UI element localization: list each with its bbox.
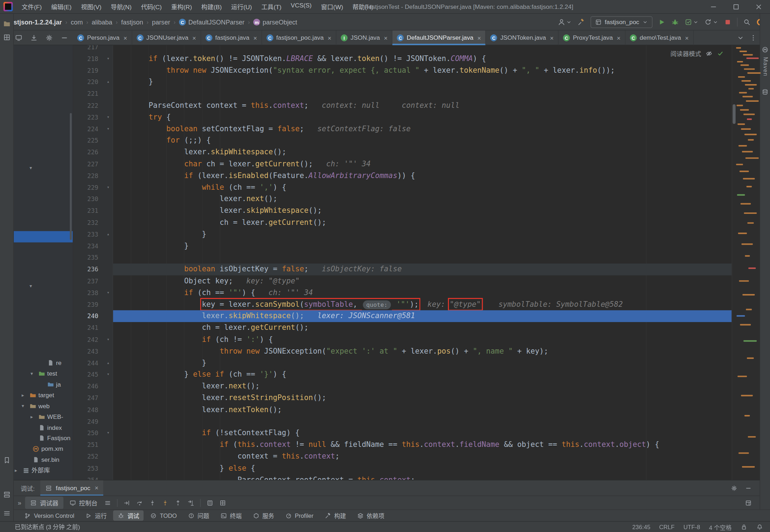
step-out-icon[interactable] <box>175 499 182 506</box>
maximize-button[interactable] <box>725 0 747 14</box>
editor-line[interactable]: 231 lexer.skipWhitespace(); <box>73 205 732 217</box>
stripe-mark[interactable] <box>744 134 757 135</box>
stripe-mark[interactable] <box>736 47 741 49</box>
hide-icon[interactable] <box>61 34 68 42</box>
editor-line[interactable]: 238▾ if (ch == '"') { ch: '"' 34 <box>73 287 732 299</box>
editor-tab[interactable]: CJSONUser.java× <box>132 31 201 45</box>
stripe-mark[interactable] <box>738 123 745 125</box>
stripe-mark[interactable] <box>736 164 743 165</box>
tool-window-button[interactable]: TODO <box>145 511 181 520</box>
editor-line[interactable]: 250▾ if (!setContextFlag) { <box>73 427 732 439</box>
tool-window-button[interactable]: 服务 <box>248 510 278 521</box>
hide-panel-icon[interactable] <box>745 485 752 492</box>
maven-tool-icon[interactable] <box>761 46 768 53</box>
stripe-mark[interactable] <box>742 243 753 245</box>
file-encoding[interactable]: UTF-8 <box>683 523 700 530</box>
editor-line[interactable]: 229▾ while (ch == ',') { <box>73 182 732 193</box>
stripe-mark[interactable] <box>739 171 749 172</box>
fold-marker-icon[interactable]: ▴ <box>103 228 113 240</box>
tool-window-button[interactable]: 调试 <box>113 510 144 521</box>
stripe-mark[interactable] <box>748 139 754 140</box>
editor-line[interactable]: 234 } <box>73 240 732 252</box>
menu-item[interactable]: 视图(V) <box>77 0 106 13</box>
step-over-icon[interactable] <box>136 499 143 506</box>
tree-item[interactable]: re <box>14 358 73 368</box>
tree-item[interactable]: index <box>14 423 73 433</box>
run-configuration-select[interactable]: fastjson_poc <box>591 16 653 28</box>
fold-marker-icon[interactable]: ▴ <box>103 76 113 88</box>
tool-window-button[interactable]: 问题 <box>183 510 214 521</box>
maven-tool-label[interactable]: Maven <box>763 57 769 77</box>
tree-arrow-icon[interactable]: ▸ <box>31 412 33 422</box>
stripe-mark[interactable] <box>739 92 747 93</box>
stripe-mark[interactable] <box>743 178 755 179</box>
stripe-mark[interactable] <box>738 376 747 377</box>
structure-tool-icon[interactable] <box>3 33 11 41</box>
stripe-mark[interactable] <box>747 358 754 359</box>
breadcrumb-item[interactable]: com <box>71 18 83 26</box>
stripe-mark[interactable] <box>746 186 752 187</box>
stripe-mark[interactable] <box>744 68 755 70</box>
stripe-mark[interactable] <box>747 118 752 120</box>
coverage-button[interactable] <box>685 18 699 26</box>
editor-line[interactable]: 223▾ try { <box>73 111 732 123</box>
stripe-mark[interactable] <box>743 113 755 115</box>
stripe-mark[interactable] <box>742 294 755 295</box>
menu-item[interactable]: 工具(T) <box>257 0 286 13</box>
minimize-button[interactable] <box>702 0 725 14</box>
editor-tab[interactable]: Cfastjson.java× <box>201 31 262 45</box>
editor-tab[interactable]: IJSON.java× <box>336 31 393 45</box>
tab-close-icon[interactable]: × <box>477 34 481 41</box>
stripe-mark[interactable] <box>741 128 751 130</box>
gear-icon[interactable] <box>731 485 737 492</box>
account-button[interactable] <box>558 18 572 26</box>
fold-marker-icon[interactable]: ▾ <box>103 334 113 345</box>
stop-button[interactable] <box>724 18 732 26</box>
menu-item[interactable]: 代码(C) <box>137 0 166 13</box>
menu-item[interactable]: 构建(B) <box>197 0 226 13</box>
code-editor[interactable]: 阅读器模式 217218▾ if (lexer.token() != JSONT… <box>73 45 732 480</box>
stripe-mark[interactable] <box>738 233 747 234</box>
stripe-mark[interactable] <box>738 76 745 78</box>
debug-button[interactable] <box>671 18 679 26</box>
editor-tab[interactable]: Cdemo\Test.java× <box>625 31 693 45</box>
editor-tab[interactable]: Cfastjson_poc.java× <box>262 31 337 45</box>
editor-line[interactable]: 242▾ if (ch != ':') { <box>73 334 732 345</box>
tab-close-icon[interactable]: × <box>617 34 621 41</box>
debugger-tool-icon[interactable] <box>3 491 11 499</box>
tree-arrow-icon[interactable]: ▾ <box>31 369 33 379</box>
tab-close-icon[interactable]: × <box>384 34 388 41</box>
fold-marker-icon[interactable]: ▾ <box>103 53 113 65</box>
debug-session-tab[interactable]: fastjson_poc × <box>40 480 103 495</box>
editor-line[interactable]: 244▴ } <box>73 357 732 369</box>
tool-window-button[interactable]: 运行 <box>81 510 111 521</box>
editor-line[interactable]: 251 if (this.context != null && fieldNam… <box>73 439 732 451</box>
tab-close-icon[interactable]: × <box>192 34 196 41</box>
editor-line[interactable]: 222 ParseContext context = this.context;… <box>73 100 732 111</box>
tab-close-icon[interactable]: × <box>685 34 689 41</box>
editor-line[interactable]: 252 context = this.context; <box>73 451 732 462</box>
restore-layout-icon[interactable] <box>745 499 752 506</box>
bookmarks-tool-icon[interactable] <box>3 456 11 464</box>
tab-close-icon[interactable]: × <box>550 34 554 41</box>
more-options-icon[interactable] <box>749 34 757 42</box>
editor-tab[interactable]: CPerson.java× <box>73 31 132 45</box>
view-breakpoints-icon[interactable] <box>220 499 226 506</box>
stripe-mark[interactable] <box>743 340 757 342</box>
editor-tab[interactable]: CJSONToken.java× <box>486 31 559 45</box>
editor-line[interactable]: 246 lexer.next(); <box>73 381 732 392</box>
more-tool-buttons-icon[interactable]: » <box>18 499 21 506</box>
evaluate-expression-icon[interactable] <box>207 499 214 506</box>
stripe-mark[interactable] <box>748 436 756 438</box>
menu-item[interactable]: 导航(N) <box>106 0 136 13</box>
editor-line[interactable]: 240 lexer.skipWhitespace(); lexer: JSONS… <box>73 310 732 322</box>
debug-view-tab[interactable]: 调试器 <box>25 497 63 509</box>
editor-line[interactable]: 225 for (;;) { <box>73 135 732 146</box>
menu-item[interactable]: 运行(U) <box>227 0 256 13</box>
menu-item[interactable]: 文件(F) <box>17 0 46 13</box>
line-separator[interactable]: CRLF <box>659 523 675 530</box>
stripe-mark[interactable] <box>744 415 750 416</box>
editor-line[interactable]: 232 ch = lexer.getCurrent(); <box>73 217 732 228</box>
readonly-lock-icon[interactable] <box>741 523 747 530</box>
tree-arrow-icon[interactable]: ▸ <box>15 466 17 476</box>
